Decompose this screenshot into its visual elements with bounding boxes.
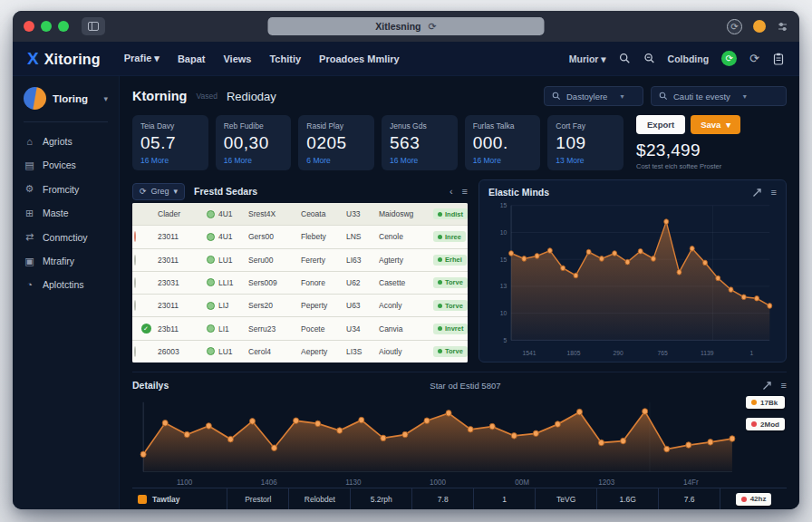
zoom-button[interactable] bbox=[58, 21, 69, 32]
profile-avatar-dot[interactable] bbox=[753, 20, 766, 33]
sidebar-item-devices[interactable]: ▤Povices bbox=[24, 160, 108, 171]
stat-more-link[interactable]: 6 More bbox=[306, 156, 366, 165]
stat-more-link[interactable]: 13 More bbox=[556, 156, 615, 165]
cell-type: Peperty bbox=[301, 301, 346, 310]
sidebar-item-agents[interactable]: ⌂Agriots bbox=[24, 136, 108, 147]
nav-item-proadoes-mmliry[interactable]: Proadoes Mmliry bbox=[319, 53, 400, 64]
panel-menu-icon[interactable]: ≡ bbox=[781, 380, 787, 391]
sidebar: Tloring ▾ ⌂Agriots▤Povices⚙Fromcity⊞Mast… bbox=[13, 76, 120, 509]
svg-text:1406: 1406 bbox=[261, 477, 277, 486]
close-button[interactable] bbox=[24, 21, 34, 32]
total-amount: $23,499 bbox=[636, 140, 787, 160]
main-content: Ktorning Vased Redioday Dastoylere ▾ Cau… bbox=[120, 76, 799, 509]
refresh-icon[interactable]: ⟳ bbox=[749, 53, 759, 64]
panel-menu-icon[interactable]: ≡ bbox=[771, 187, 777, 198]
reload-icon[interactable]: ⟳ bbox=[428, 21, 436, 33]
account-switcher[interactable]: Tloring ▾ bbox=[24, 87, 108, 110]
search-icon bbox=[659, 92, 668, 101]
cell-agent: 4U1 bbox=[207, 232, 248, 241]
table-row[interactable]: 26003LU1Cerol4AepertyLI3SAioutlyTorve bbox=[132, 341, 468, 362]
stat-more-link[interactable]: 16 More bbox=[224, 156, 284, 165]
cell-id: 23031 bbox=[158, 278, 207, 287]
metrics-line-chart[interactable]: 151015131051541180529076511391 bbox=[488, 198, 777, 358]
sidebar-item-settings[interactable]: ⚙Fromcity bbox=[24, 183, 108, 195]
window-titlebar: Xitlesning ⟳ ⟳ bbox=[13, 11, 799, 42]
svg-text:10: 10 bbox=[500, 228, 507, 237]
agent-dot-icon bbox=[207, 347, 215, 355]
status-open-icon bbox=[134, 255, 136, 266]
footer-cell-4: 1 bbox=[474, 488, 536, 509]
panel-menu-icon[interactable]: ≡ bbox=[462, 186, 468, 197]
share-icon[interactable] bbox=[752, 188, 762, 198]
table-row[interactable]: 230114U1Gers00FlebetyLNSCenoleInree bbox=[132, 226, 468, 248]
filter-dropdown-1[interactable]: Dastoylere ▾ bbox=[544, 86, 643, 106]
address-bar[interactable]: Xitlesning ⟳ bbox=[268, 17, 545, 35]
share-icon[interactable] bbox=[762, 381, 772, 391]
search-alt-icon[interactable] bbox=[643, 53, 655, 64]
stat-value: 0205 bbox=[306, 133, 366, 153]
table-row[interactable]: ✓23b11LI1Serru23PoceteU34CanviaInvret bbox=[132, 317, 468, 340]
minimize-button[interactable] bbox=[41, 21, 52, 32]
table-row[interactable]: 23011LU1Seru00FerertyLI63AgtertyErhei bbox=[132, 249, 468, 272]
status-badge: Indist bbox=[433, 208, 468, 219]
group-filter-dropdown[interactable]: ⟳ Greg ▾ bbox=[132, 183, 185, 200]
cell-u: U33 bbox=[346, 209, 379, 218]
status-open-red-icon bbox=[134, 231, 136, 242]
collapse-icon[interactable]: ‹ bbox=[450, 186, 453, 197]
alert-badge-0[interactable]: 17Bk bbox=[746, 396, 785, 409]
chevron-down-icon: ▾ bbox=[743, 92, 747, 101]
agent-dot-icon bbox=[207, 210, 215, 218]
detail-panel-subtitle: Star od Estid 5807 bbox=[169, 381, 761, 391]
filter-dropdown-2[interactable]: Cauti te evesty ▾ bbox=[651, 86, 787, 106]
user-menu[interactable]: Murior ▾ bbox=[569, 53, 606, 64]
detail-line-chart[interactable]: 110014061130100000M120314Fr bbox=[132, 394, 738, 488]
table-row[interactable]: 23031LLI1Sers009FonoreU62CasetteTorve bbox=[132, 272, 468, 295]
chevron-down-icon: ▾ bbox=[174, 187, 179, 196]
nav-item-bapat[interactable]: Bapat bbox=[178, 53, 206, 64]
cell-name: Sers20 bbox=[248, 301, 301, 310]
table-row[interactable]: 23011LIJSers20PepertyU63AconlyTorve bbox=[132, 295, 468, 317]
clipboard-icon[interactable] bbox=[772, 53, 785, 65]
app-logo[interactable]: X Xitoring bbox=[27, 49, 101, 69]
account-name: Tloring bbox=[53, 93, 88, 104]
sidebar-item-label: Conmctioy bbox=[43, 232, 88, 243]
stat-more-link[interactable]: 16 More bbox=[473, 156, 533, 165]
status-badge: Invret bbox=[433, 324, 468, 334]
badge-dot-icon bbox=[751, 421, 757, 427]
svg-text:1203: 1203 bbox=[598, 477, 614, 486]
settings-sliders-icon[interactable] bbox=[777, 21, 788, 33]
badge-dot-icon bbox=[438, 257, 442, 262]
sidebar-toggle-button[interactable] bbox=[82, 17, 105, 35]
export-button[interactable]: Export bbox=[636, 115, 685, 134]
agent-dot-icon bbox=[207, 256, 215, 264]
svg-text:1805: 1805 bbox=[567, 348, 581, 357]
address-text: Xitlesning bbox=[375, 21, 420, 32]
footer-cell-6: 1.6G bbox=[597, 488, 659, 509]
sidebar-item-label: Mtrafiry bbox=[43, 256, 74, 266]
status-open-icon bbox=[134, 346, 136, 357]
footer-alert-badge[interactable]: 42hz bbox=[736, 493, 772, 506]
save-button[interactable]: Sava▾ bbox=[691, 115, 740, 134]
status-label[interactable]: Colbding bbox=[668, 53, 710, 64]
search-icon[interactable] bbox=[619, 53, 631, 64]
svg-text:1100: 1100 bbox=[177, 477, 193, 486]
nav-item-views[interactable]: Views bbox=[223, 53, 251, 64]
sidebar-item-masts[interactable]: ⊞Maste bbox=[24, 208, 108, 219]
extension-icon[interactable]: ⟳ bbox=[727, 19, 742, 34]
svg-text:14Fr: 14Fr bbox=[683, 477, 699, 486]
footer-day-cell: Tawtlay bbox=[132, 488, 227, 509]
stat-value: 00,30 bbox=[224, 133, 284, 153]
stat-more-link[interactable]: 16 More bbox=[390, 156, 450, 165]
sidebar-item-monitoring[interactable]: ▣Mtrafiry bbox=[24, 256, 108, 267]
nav-item-prafie[interactable]: Prafie ▾ bbox=[124, 53, 160, 64]
table-header-row[interactable]: Clader4U1Srest4XCeoataU33MaidoswgIndist bbox=[132, 203, 468, 226]
stat-more-link[interactable]: 16 More bbox=[140, 156, 200, 165]
cell-owner: Casette bbox=[379, 278, 433, 287]
badge-dot-icon bbox=[438, 349, 442, 353]
health-status-icon[interactable]: ⟳ bbox=[721, 51, 737, 66]
alert-badge-1[interactable]: 2Mod bbox=[746, 418, 785, 430]
sidebar-item-automations[interactable]: ◔Aplotctins bbox=[24, 279, 108, 290]
nav-item-tchitiy[interactable]: Tchitiy bbox=[269, 53, 301, 64]
sidebar-item-connectivity[interactable]: ⇄Conmctioy bbox=[24, 231, 108, 243]
stats-row: Teia Davy05.716 MoreReb Fudibe00,3016 Mo… bbox=[132, 115, 787, 170]
